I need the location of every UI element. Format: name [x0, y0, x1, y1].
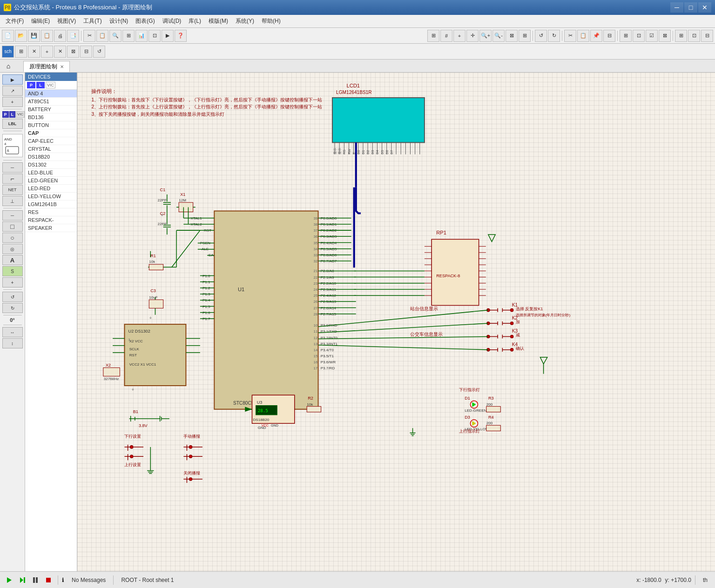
tb-annot[interactable]: ⊠	[659, 30, 671, 42]
comp-cap[interactable]: CAP	[25, 129, 77, 137]
menu-view[interactable]: 视图(V)	[54, 16, 80, 27]
junction-tool[interactable]: +	[2, 97, 23, 107]
menu-debug[interactable]: 调试(D)	[159, 16, 185, 27]
tb-new[interactable]: 📄	[2, 30, 14, 42]
symbol-tool[interactable]: S	[2, 266, 23, 276]
arc-tool[interactable]: ◎	[2, 244, 23, 254]
menu-library[interactable]: 库(L)	[185, 16, 205, 27]
tb-r1[interactable]: ⊞	[427, 30, 439, 42]
comp-led-red[interactable]: LED-RED	[25, 185, 77, 193]
tb-print[interactable]: 🖨	[54, 30, 66, 42]
tb-gerber[interactable]: ⊟	[701, 30, 713, 42]
menu-design[interactable]: 设计(N)	[106, 16, 132, 27]
l-btn[interactable]: L	[9, 111, 16, 118]
tb-zoom-in[interactable]: 🔍	[109, 30, 121, 42]
comp-res[interactable]: RES	[25, 208, 77, 216]
play-button[interactable]	[4, 575, 15, 586]
tb-sim[interactable]: ▶	[162, 30, 174, 42]
mirror-y[interactable]: ↕	[2, 338, 23, 348]
tb-undo[interactable]: ↺	[535, 30, 547, 42]
tb-pcb[interactable]: ⊡	[688, 30, 700, 42]
tb-t2-1[interactable]: ⊞	[15, 46, 27, 58]
menu-tools[interactable]: 工具(T)	[80, 16, 105, 27]
power-tool[interactable]: ⊥	[2, 196, 23, 206]
comp-respack[interactable]: RESPACK-	[25, 216, 77, 224]
tb-bom[interactable]: 📊	[135, 30, 148, 42]
vic-btn[interactable]: VIC	[16, 111, 25, 118]
rect-tool[interactable]: □	[2, 221, 23, 232]
tb-hier[interactable]: ⊡	[633, 30, 645, 42]
tb-t2-3[interactable]: +	[41, 46, 53, 58]
stop-button[interactable]	[43, 575, 54, 586]
tb-paste[interactable]: 📌	[590, 30, 602, 42]
tb-check[interactable]: ☑	[646, 30, 658, 42]
netlabel-tool[interactable]: NET	[2, 185, 23, 195]
line-tool[interactable]: ─	[2, 210, 23, 220]
step-button[interactable]	[17, 575, 28, 586]
tb-redo[interactable]: ↻	[548, 30, 560, 42]
tb-t2-5[interactable]: ⊠	[67, 46, 79, 58]
tb-t2-4[interactable]: ✕	[54, 46, 66, 58]
tb-zoom-fit[interactable]: ⊠	[506, 30, 518, 42]
tb-help[interactable]: ❓	[175, 30, 187, 42]
text-tool[interactable]: A	[2, 255, 23, 265]
tb-open[interactable]: 📂	[15, 30, 27, 42]
menu-graph[interactable]: 图表(G)	[132, 16, 158, 27]
comp-ds18b20[interactable]: DS18B20	[25, 153, 77, 161]
comp-lgm[interactable]: LGM12641B	[25, 200, 77, 208]
tb-net[interactable]: ⊡	[148, 30, 161, 42]
home-icon[interactable]: ⌂	[4, 61, 13, 71]
tb-zoom-box[interactable]: ⊞	[122, 30, 135, 42]
menu-edit[interactable]: 编辑(E)	[27, 16, 54, 27]
tb-cut2[interactable]: ✂	[564, 30, 576, 42]
menu-template[interactable]: 模版(M)	[205, 16, 232, 27]
tb-t2-2[interactable]: ✕	[28, 46, 40, 58]
comp-led-yellow[interactable]: LED-YELLOW	[25, 193, 77, 200]
comp-crystal[interactable]: CRYSTAL	[25, 145, 77, 153]
comp-vic-filter[interactable]: VIC	[46, 82, 55, 88]
wire-tool[interactable]: ─	[2, 162, 23, 173]
playback-controls[interactable]	[4, 575, 54, 586]
comp-and4[interactable]: AND 4	[25, 90, 77, 98]
minimize-button[interactable]: ─	[670, 2, 683, 13]
comp-cap-elec[interactable]: CAP-ELEC	[25, 137, 77, 145]
comp-battery[interactable]: BATTERY	[25, 106, 77, 114]
rotate-cw[interactable]: ↻	[2, 303, 23, 313]
select-tool[interactable]: ▶	[2, 74, 23, 85]
tab-schematic[interactable]: 原理图绘制 ✕	[23, 61, 70, 72]
tab-schematic-close[interactable]: ✕	[60, 64, 64, 69]
comp-at89c51[interactable]: AT89C51	[25, 98, 77, 106]
tb-save-all[interactable]: 📋	[41, 30, 53, 42]
tb-block[interactable]: ⊟	[603, 30, 615, 42]
pause-button[interactable]	[30, 575, 41, 586]
comp-led-blue[interactable]: LED-BLUE	[25, 169, 77, 177]
comp-l-filter[interactable]: L	[36, 82, 45, 88]
comp-bd136[interactable]: BD136	[25, 114, 77, 121]
tb-r3[interactable]: +	[453, 30, 465, 42]
menu-system[interactable]: 系统(Y)	[232, 16, 258, 27]
label-tool[interactable]: LBL	[2, 119, 23, 129]
tb-r2[interactable]: #	[440, 30, 452, 42]
tb-save[interactable]: 💾	[28, 30, 40, 42]
p-btn[interactable]: P	[2, 111, 9, 118]
tb-t2-6[interactable]: ⊟	[80, 46, 92, 58]
tb-t2-7[interactable]: ↺	[93, 46, 105, 58]
tb-copy[interactable]: 📋	[96, 30, 108, 42]
schematic-area[interactable]: 操作说明： 1、下行控制拨站：首先按下《下行设置按键》，《下行指示灯》亮，然后按…	[77, 73, 715, 571]
bus-tool[interactable]: ⌐	[2, 174, 23, 184]
tb-cut[interactable]: ✂	[83, 30, 95, 42]
tb-zoom-in2[interactable]: 🔍+	[479, 30, 492, 42]
menu-file[interactable]: 文件(F)	[2, 16, 27, 27]
comp-ds1302[interactable]: DS1302	[25, 161, 77, 169]
tb-zoom-out[interactable]: 🔍-	[492, 30, 505, 42]
tb-zoom-sel[interactable]: ⊞	[519, 30, 531, 42]
menu-help[interactable]: 帮助(H)	[258, 16, 284, 27]
comp-p-filter[interactable]: P	[27, 82, 35, 88]
comp-led-green[interactable]: LED-GREEN	[25, 177, 77, 185]
comp-button[interactable]: BUTTON	[25, 121, 77, 129]
marker-tool[interactable]: +	[2, 277, 23, 287]
rotate-ccw[interactable]: ↺	[2, 292, 23, 302]
tb-sch-mode[interactable]: sch	[2, 46, 14, 58]
tb-print2[interactable]: 📑	[67, 30, 79, 42]
tb-prop[interactable]: ⊞	[620, 30, 632, 42]
